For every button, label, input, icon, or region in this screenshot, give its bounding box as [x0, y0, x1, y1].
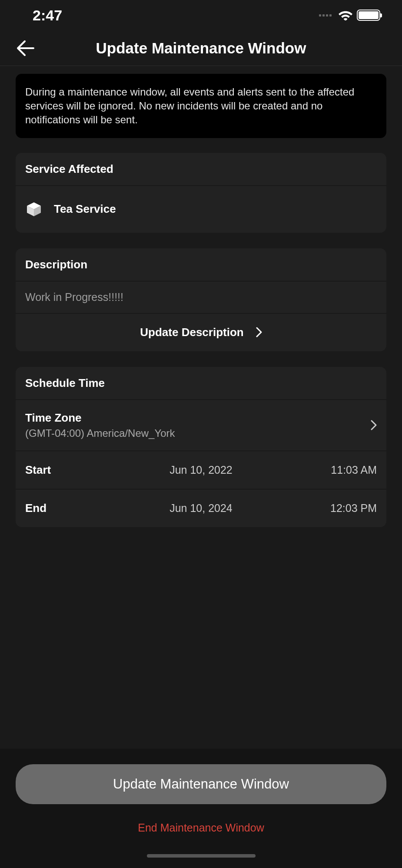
schedule-header: Schedule Time	[16, 367, 386, 400]
update-description-label: Update Description	[140, 326, 243, 339]
timezone-value: (GMT-04:00) America/New_York	[25, 427, 175, 439]
chevron-right-icon	[371, 420, 377, 430]
nav-header: Update Maintenance Window	[0, 30, 402, 66]
description-card: Description Work in Progress!!!!! Update…	[16, 248, 386, 351]
arrow-left-icon	[15, 40, 34, 57]
service-affected-header: Service Affected	[16, 153, 386, 186]
service-name: Tea Service	[54, 202, 116, 216]
status-indicators	[319, 10, 380, 21]
status-bar: 2:47	[0, 0, 402, 30]
start-time: 11:03 AM	[307, 464, 377, 476]
end-date: Jun 10, 2024	[95, 502, 307, 515]
signal-dots-icon	[319, 14, 332, 17]
wifi-icon	[339, 10, 352, 20]
back-button[interactable]	[14, 37, 36, 59]
schedule-card: Schedule Time Time Zone (GMT-04:00) Amer…	[16, 367, 386, 527]
description-header: Description	[16, 248, 386, 281]
update-description-button[interactable]: Update Description	[16, 314, 386, 351]
start-time-row[interactable]: Start Jun 10, 2022 11:03 AM	[16, 451, 386, 489]
end-time-row[interactable]: End Jun 10, 2024 12:03 PM	[16, 489, 386, 527]
end-time: 12:03 PM	[307, 502, 377, 515]
start-date: Jun 10, 2022	[95, 464, 307, 476]
service-row[interactable]: Tea Service	[16, 186, 386, 233]
start-label: Start	[25, 463, 95, 477]
timezone-row[interactable]: Time Zone (GMT-04:00) America/New_York	[16, 400, 386, 451]
end-maintenance-button[interactable]: End Maintenance Window	[16, 822, 386, 834]
home-indicator[interactable]	[147, 854, 256, 858]
bottom-action-area: Update Maintenance Window End Maintenanc…	[0, 749, 402, 868]
description-value: Work in Progress!!!!!	[16, 281, 386, 314]
end-label: End	[25, 502, 95, 515]
chevron-right-icon	[256, 327, 262, 337]
update-maintenance-button[interactable]: Update Maintenance Window	[16, 764, 386, 804]
service-affected-card: Service Affected Tea Service	[16, 153, 386, 233]
page-title: Update Maintenance Window	[0, 40, 402, 57]
info-banner: During a maintenance window, all events …	[16, 74, 386, 138]
timezone-label: Time Zone	[25, 411, 175, 425]
status-time: 2:47	[33, 7, 62, 24]
battery-icon	[357, 10, 380, 21]
package-icon	[25, 201, 43, 218]
